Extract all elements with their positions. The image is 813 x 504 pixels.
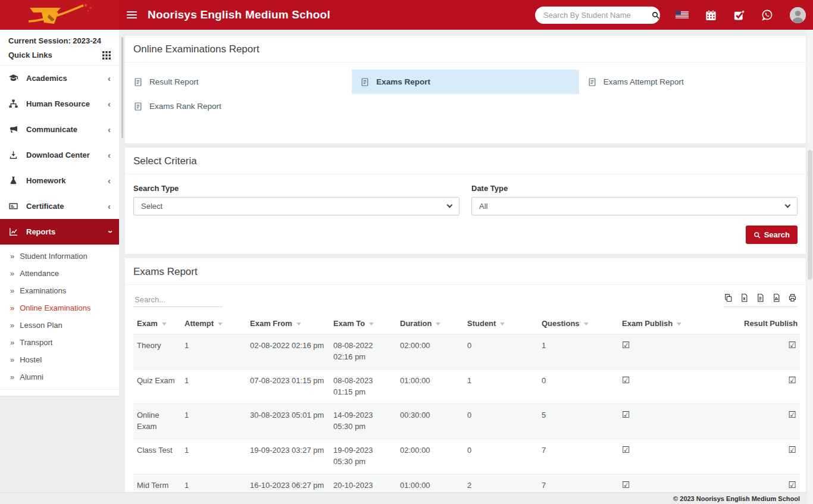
submenu-item-lesson-plan[interactable]: » Lesson Plan	[0, 317, 119, 334]
megaphone-icon	[8, 124, 18, 134]
table-row: Online Exam 1 30-08-2023 05:01 pm 14-09-…	[133, 404, 800, 439]
top-header: Noorisys English Medium School	[0, 0, 813, 30]
sidebar-item-academics[interactable]: Academics ‹	[0, 65, 119, 91]
menu-toggle-icon[interactable]	[127, 10, 137, 20]
tab-label: Exams Rank Report	[149, 102, 221, 111]
submenu-item-hostel[interactable]: » Hostel	[0, 351, 119, 368]
cell-questions: 5	[538, 404, 618, 439]
page-footer: © 2023 Noorisys English Medium School	[0, 492, 807, 504]
cell-duration: 01:00:00	[396, 369, 464, 404]
sort-icon	[500, 323, 505, 325]
task-check-icon[interactable]	[733, 10, 745, 21]
sort-icon	[584, 323, 589, 325]
sidebar-item-communicate[interactable]: Communicate ‹	[0, 117, 119, 142]
search-button[interactable]: Search	[746, 226, 798, 244]
sidebar-item-human-resource[interactable]: Human Resource ‹	[0, 91, 119, 117]
submenu-item-attendance[interactable]: » Attendance	[0, 265, 119, 282]
submenu-item-online-examinations[interactable]: » Online Examinations	[0, 299, 119, 317]
chart-line-icon	[8, 227, 18, 237]
submenu-item-label: Hostel	[20, 355, 42, 364]
cell-exam-from: 19-09-2023 03:27 pm	[246, 439, 330, 474]
export-csv-icon[interactable]	[756, 293, 765, 302]
submenu-item-transport[interactable]: » Transport	[0, 334, 119, 351]
submenu-item-alumni[interactable]: » Alumni	[0, 368, 119, 386]
sidebar-item-label: Academics	[26, 74, 100, 83]
result-publish-check-icon: ☑	[789, 444, 796, 455]
submenu-item-examinations[interactable]: » Examinations	[0, 282, 119, 299]
sidebar-item-reports[interactable]: Reports ‹	[0, 219, 119, 245]
school-logo[interactable]	[0, 0, 119, 30]
scrollbar-thumb[interactable]	[808, 150, 812, 280]
sidebar-item-label: Communicate	[26, 125, 100, 134]
cell-attempt: 1	[181, 334, 246, 370]
report-nav-card: Online Examinations Report Result Report…	[125, 36, 806, 143]
double-arrow-icon: »	[10, 373, 14, 381]
student-search-input[interactable]	[535, 11, 651, 20]
certificate-card-icon	[8, 201, 18, 211]
result-publish-check-icon: ☑	[789, 375, 796, 385]
sidebar-item-homework[interactable]: Homework ‹	[0, 168, 119, 193]
sidebar-item-download-center[interactable]: Download Center ‹	[0, 142, 119, 168]
submenu-item-student-information[interactable]: » Student Information	[0, 248, 119, 265]
page-title: Online Examinations Report	[133, 43, 798, 55]
tab-result-report[interactable]: Result Report	[125, 70, 352, 94]
language-flag-icon[interactable]	[676, 11, 689, 19]
sidebar-menu: Academics ‹ Human Resource ‹ Communicate…	[0, 65, 119, 390]
sort-icon	[296, 323, 301, 325]
quick-links-label[interactable]: Quick Links	[8, 51, 52, 60]
col-duration[interactable]: Duration	[396, 313, 464, 334]
search-icon[interactable]	[651, 7, 660, 24]
cell-exam-from: 30-08-2023 05:01 pm	[246, 404, 330, 439]
calendar-icon[interactable]	[705, 10, 717, 21]
grid-icon[interactable]	[102, 51, 111, 60]
col-exam[interactable]: Exam	[133, 313, 181, 334]
export-copy-icon[interactable]	[724, 293, 733, 302]
sidebar-item-certificate[interactable]: Certificate ‹	[0, 193, 119, 219]
chevron-left-icon: ‹	[108, 176, 111, 185]
print-icon[interactable]	[788, 293, 797, 302]
sidebar-scrollbar-thumb[interactable]	[121, 37, 123, 138]
col-result-publish[interactable]: Result Publish	[740, 313, 800, 334]
cell-exam-to: 19-09-2023 05:30 pm	[330, 439, 396, 474]
search-type-select[interactable]: Select	[133, 197, 459, 215]
whatsapp-icon[interactable]	[761, 9, 773, 21]
sidebar-item-label: Human Resource	[26, 99, 100, 108]
cell-exam: Class Test	[133, 439, 181, 474]
date-type-label: Date Type	[471, 184, 798, 193]
double-arrow-icon: »	[10, 356, 14, 364]
sidebar: Current Session: 2023-24 Quick Links Aca…	[0, 30, 119, 396]
exam-publish-check-icon: ☑	[622, 480, 630, 490]
tab-exams-report[interactable]: Exams Report	[352, 70, 579, 94]
col-attempt[interactable]: Attempt	[181, 313, 246, 334]
report-tabs: Result Report Exams Report Exams Attempt…	[125, 62, 806, 143]
date-type-select[interactable]: All	[471, 197, 798, 215]
cell-questions: 1	[538, 334, 618, 370]
export-excel-icon[interactable]	[740, 293, 749, 302]
cell-duration: 02:00:00	[396, 334, 464, 370]
tab-exams-rank-report[interactable]: Exams Rank Report	[125, 94, 352, 118]
col-exam-from[interactable]: Exam From	[246, 313, 330, 334]
table-search-input[interactable]	[133, 293, 223, 307]
table-row: Class Test 1 19-09-2023 03:27 pm 19-09-2…	[133, 439, 800, 474]
col-student[interactable]: Student	[464, 313, 538, 334]
col-exam-to[interactable]: Exam To	[330, 313, 396, 334]
cell-exam-to: 08-08-2023 01:15 pm	[330, 369, 396, 404]
user-avatar[interactable]	[790, 7, 806, 23]
cell-questions: 0	[538, 369, 618, 404]
col-questions[interactable]: Questions	[538, 313, 618, 334]
export-pdf-icon[interactable]	[772, 293, 781, 302]
result-publish-check-icon: ☑	[789, 480, 796, 490]
col-exam-publish[interactable]: Exam Publish	[618, 313, 740, 334]
cell-exam: Online Exam	[133, 404, 181, 439]
tab-exams-attempt-report[interactable]: Exams Attempt Report	[579, 70, 806, 94]
search-type-label: Search Type	[133, 184, 459, 193]
cell-exam-to: 14-09-2023 05:30 pm	[330, 404, 396, 439]
chevron-left-icon: ‹	[108, 151, 111, 159]
chevron-left-icon: ‹	[108, 202, 111, 211]
tab-label: Exams Report	[376, 77, 430, 86]
cell-exam: Quiz Exam	[133, 369, 181, 404]
copyright-text: © 2023 Noorisys English Medium School	[673, 495, 800, 502]
exam-publish-check-icon: ☑	[622, 409, 630, 420]
submenu-item-label: Online Examinations	[20, 303, 90, 312]
main-content: Online Examinations Report Result Report…	[125, 36, 806, 504]
